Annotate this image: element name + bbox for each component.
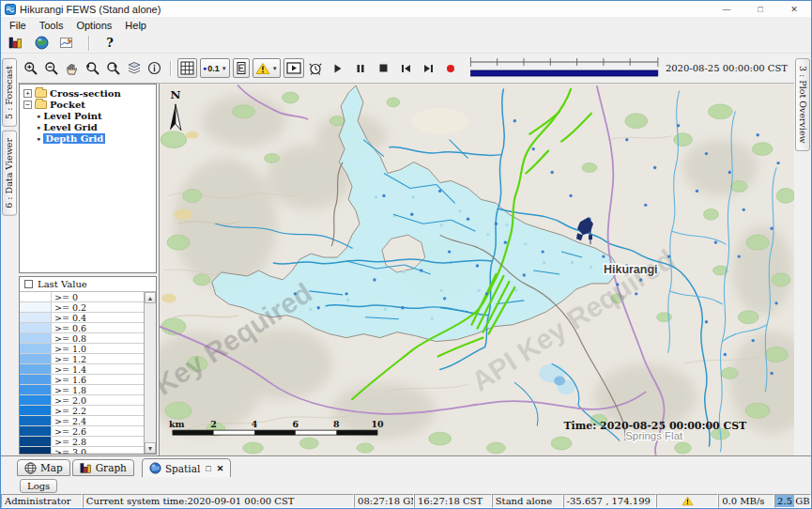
pause-button[interactable]: [351, 59, 371, 78]
last-value-checkbox[interactable]: [24, 280, 33, 288]
help-button[interactable]: ?: [100, 35, 120, 52]
map-viewport[interactable]: Hikurangi Springs Flat API Key Required …: [159, 84, 794, 455]
tree-item-label: Level Grid: [43, 122, 97, 132]
timeline-datetime: 2020-08-25 00:00:00 CST: [666, 63, 791, 73]
legend-row[interactable]: >= 0.6: [20, 323, 144, 333]
tree-item-level-point[interactable]: ● Level Point: [22, 110, 156, 121]
legend-row[interactable]: >= 2.8: [20, 437, 144, 447]
map-toolbar: ● 0.1 ▼ ▼: [18, 54, 794, 84]
tab-forecast[interactable]: 5 : Forecast: [2, 58, 17, 127]
legend-row[interactable]: >= 0: [20, 292, 144, 302]
legend-swatch: [20, 416, 52, 425]
close-button[interactable]: ✕: [777, 1, 811, 17]
tree-item-depth-grid[interactable]: ● Depth Grid: [22, 132, 156, 144]
bullet-icon: ●: [37, 135, 40, 142]
tab-maximize-icon[interactable]: □: [206, 464, 210, 473]
layers-button[interactable]: [124, 59, 144, 78]
timeline-slider[interactable]: [469, 56, 659, 81]
tree-item-label-selected: Depth Grid: [43, 133, 105, 144]
grid-display-button[interactable]: [177, 58, 197, 78]
record-button[interactable]: [441, 59, 461, 78]
legend-swatch: [20, 447, 52, 454]
rating-curve-button[interactable]: [57, 35, 78, 52]
tab-graph-label: Graph: [96, 462, 127, 473]
legend-row[interactable]: >= 0.2: [20, 302, 144, 313]
tree-item-cross-section[interactable]: + Cross-section: [22, 87, 156, 99]
zoom-previous-button[interactable]: [83, 59, 102, 78]
tree-item-label: Cross-section: [50, 88, 121, 99]
globe-explorer-button[interactable]: [31, 35, 52, 52]
legend-row[interactable]: >= 2.2: [20, 406, 144, 416]
tree-item-level-grid[interactable]: ● Level Grid: [22, 121, 156, 132]
database-reports-button[interactable]: [5, 35, 25, 52]
memory-gauge-label: 2.5 GB: [777, 496, 809, 506]
tab-plot-overview[interactable]: 3 : Plot Overview: [795, 58, 810, 151]
zoom-out-button[interactable]: [41, 59, 61, 78]
tab-map[interactable]: Map: [17, 459, 70, 476]
legend-row[interactable]: >= 1.2: [20, 354, 144, 364]
tab-spatial[interactable]: Spatial □ ✕: [142, 458, 231, 478]
tab-graph[interactable]: Graph: [72, 459, 134, 476]
scroll-down-icon[interactable]: ▼: [145, 442, 156, 454]
status-user: Administrator: [1, 494, 83, 508]
menu-options[interactable]: Options: [69, 19, 118, 32]
maximize-button[interactable]: □: [743, 1, 777, 17]
legend-row[interactable]: >= 1.0: [20, 344, 144, 354]
skip-to-end-button[interactable]: [419, 59, 438, 78]
warning-icon: [682, 496, 694, 506]
status-warning-cell[interactable]: [656, 494, 718, 508]
legend-row[interactable]: >= 3.0: [20, 447, 144, 454]
bullet-icon: ●: [37, 113, 40, 119]
map-time-label: Time: 2020-08-25 00:00:00 CST: [563, 420, 747, 432]
legend-row[interactable]: >= 2.4: [20, 416, 144, 426]
legend-row[interactable]: >= 1.6: [20, 375, 144, 385]
toolbar-separator: [170, 61, 171, 76]
interval-value: 0.1: [207, 64, 220, 73]
legend-row[interactable]: >= 1.4: [20, 364, 144, 375]
right-tabstrip: 3 : Plot Overview: [794, 54, 811, 455]
legend-row[interactable]: >= 0.8: [20, 333, 144, 344]
legend-swatch: [20, 385, 52, 394]
stop-button[interactable]: [374, 59, 393, 78]
legend-scrollbar[interactable]: ▲ ▼: [144, 292, 156, 454]
bottom-tabbar: Map Graph Spatial □ ✕: [1, 455, 811, 477]
legend-row[interactable]: >= 2.6: [20, 426, 144, 437]
pan-button[interactable]: [62, 59, 82, 78]
tab-close-icon[interactable]: ✕: [217, 464, 224, 473]
legend-row[interactable]: >= 0.4: [20, 313, 144, 323]
legend-row[interactable]: >= 1.8: [20, 385, 144, 395]
animation-button[interactable]: [283, 58, 304, 78]
collapse-icon[interactable]: −: [23, 100, 32, 109]
menu-tools[interactable]: Tools: [33, 19, 70, 32]
interval-dropdown[interactable]: ● 0.1 ▼: [200, 58, 230, 78]
zoom-next-button[interactable]: [103, 59, 123, 78]
tree-item-pocket[interactable]: − Pocket: [22, 99, 156, 110]
menu-help[interactable]: Help: [118, 19, 153, 32]
toolbar-separator: [88, 36, 89, 51]
left-panel: + Cross-section − Pocket ● Level Point: [18, 84, 159, 455]
elevation-scale-button[interactable]: [233, 58, 250, 78]
zoom-in-button[interactable]: [21, 59, 40, 78]
legend-swatch: [20, 364, 52, 374]
svg-text:8: 8: [333, 419, 340, 429]
folder-icon: [35, 89, 47, 98]
legend-row[interactable]: >= 2.0: [20, 395, 144, 406]
filter-tree: + Cross-section − Pocket ● Level Point: [19, 84, 157, 273]
timer-settings-button[interactable]: [306, 59, 326, 78]
tab-data-viewer[interactable]: 6 : Data Viewer: [2, 131, 17, 216]
legend-swatch: [20, 344, 52, 353]
minimize-button[interactable]: —: [710, 1, 743, 17]
legend-swatch: [20, 375, 52, 384]
tree-item-label: Level Point: [43, 111, 101, 121]
skip-to-start-button[interactable]: [396, 59, 416, 78]
thresholds-dropdown[interactable]: ▼: [253, 58, 281, 78]
legend-table: >= 0 >= 0.2 >= 0.4 >= 0.6 >= 0.8 >= 1.0 …: [20, 292, 144, 454]
expand-icon[interactable]: +: [23, 89, 32, 98]
scroll-up-icon[interactable]: ▲: [145, 292, 156, 303]
status-local-time: 16:27:18 CST: [414, 494, 492, 508]
menu-file[interactable]: File: [3, 19, 33, 32]
play-button[interactable]: [329, 59, 348, 78]
logs-button[interactable]: Logs: [20, 479, 57, 493]
info-button[interactable]: [145, 59, 164, 78]
svg-text:km: km: [169, 419, 185, 429]
